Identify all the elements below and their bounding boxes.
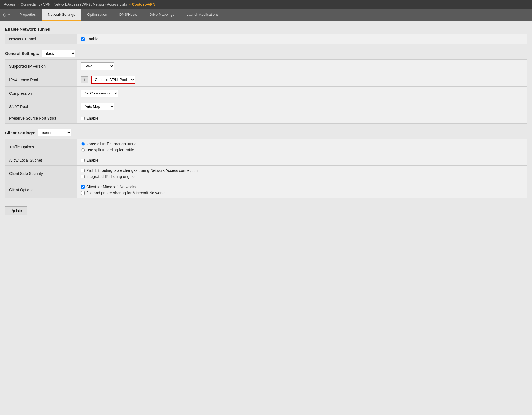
ipv4-lease-pool-label: IPV4 Lease Pool — [5, 73, 77, 87]
ipv4-lease-pool-value: + Contoso_VPN_Pool — [77, 73, 527, 87]
client-side-security-label: Client Side Security — [5, 166, 77, 182]
table-row-traffic-options: Traffic Options Force all traffic throug… — [5, 139, 527, 155]
tab-bar: ⚙ ▼ Properties Network Settings Optimiza… — [0, 9, 532, 21]
enable-network-tunnel-table: Network Tunnel Enable — [5, 34, 527, 44]
breadcrumb-access[interactable]: Access — [4, 2, 15, 6]
prohibit-routing-checkbox[interactable] — [81, 169, 85, 172]
traffic-split-tunnel-option[interactable]: Use split tunneling for traffic — [81, 148, 523, 152]
table-row-compression: Compression No Compression LZS DEFLATE — [5, 87, 527, 100]
allow-local-subnet-enable-text: Enable — [86, 158, 98, 162]
tab-properties[interactable]: Properties — [13, 9, 42, 21]
network-tunnel-enable-text: Enable — [86, 37, 98, 41]
allow-local-subnet-label: Allow Local Subnet — [5, 155, 77, 166]
traffic-options-label: Traffic Options — [5, 139, 77, 155]
breadcrumb-path[interactable]: Connectivity / VPN : Network Access (VPN… — [21, 2, 127, 6]
client-microsoft-networks-option[interactable]: Client for Microsoft Networks — [81, 185, 523, 189]
integrated-ip-filtering-checkbox[interactable] — [81, 175, 85, 178]
preserve-source-port-enable-text: Enable — [86, 116, 98, 120]
traffic-split-tunnel-radio[interactable] — [81, 148, 85, 152]
table-row-snat-pool: SNAT Pool Auto Map None — [5, 100, 527, 113]
table-row-supported-ip: Supported IP Version IPV4 IPV6 Both — [5, 60, 527, 73]
table-row-allow-local-subnet: Allow Local Subnet Enable — [5, 155, 527, 166]
network-tunnel-checkbox[interactable] — [81, 37, 85, 41]
client-options-label: Client Options — [5, 182, 77, 198]
supported-ip-select[interactable]: IPV4 IPV6 Both — [81, 62, 114, 70]
tab-network-settings[interactable]: Network Settings — [42, 9, 81, 21]
tab-dns-hosts[interactable]: DNS/Hosts — [113, 9, 143, 21]
client-settings-mode-dropdown[interactable]: Basic Advanced — [38, 129, 71, 136]
network-tunnel-enable-label[interactable]: Enable — [81, 37, 523, 41]
breadcrumb-arrow-1: » — [17, 2, 19, 6]
general-settings-header: General Settings: Basic Advanced — [5, 50, 527, 57]
ipv4-lease-pool-plus-button[interactable]: + — [81, 76, 88, 83]
file-printer-sharing-option[interactable]: File and printer sharing for Microsoft N… — [81, 191, 523, 195]
client-settings-title: Client Settings: — [5, 130, 35, 135]
snat-pool-label: SNAT Pool — [5, 100, 77, 113]
breadcrumb-bar: Access » Connectivity / VPN : Network Ac… — [0, 0, 532, 9]
gear-icon: ⚙ — [3, 12, 7, 18]
snat-pool-value: Auto Map None — [77, 100, 527, 113]
client-settings-header: Client Settings: Basic Advanced — [5, 129, 527, 136]
client-microsoft-networks-checkbox[interactable] — [81, 185, 85, 189]
client-settings-table: Traffic Options Force all traffic throug… — [5, 139, 527, 198]
table-row-ipv4-lease-pool: IPV4 Lease Pool + Contoso_VPN_Pool — [5, 73, 527, 87]
table-row: Network Tunnel Enable — [5, 34, 527, 44]
compression-label: Compression — [5, 87, 77, 100]
tab-drive-mappings[interactable]: Drive Mappings — [143, 9, 180, 21]
client-options-value: Client for Microsoft Networks File and p… — [77, 182, 527, 198]
main-content: Enable Network Tunnel Network Tunnel Ena… — [0, 21, 532, 220]
general-settings-title: General Settings: — [5, 51, 39, 56]
breadcrumb-arrow-2: » — [129, 2, 131, 6]
allow-local-subnet-enable-label[interactable]: Enable — [81, 158, 523, 162]
tab-launch-applications[interactable]: Launch Applications — [180, 9, 225, 21]
table-row-client-options: Client Options Client for Microsoft Netw… — [5, 182, 527, 198]
client-options-checkbox-group: Client for Microsoft Networks File and p… — [81, 185, 523, 195]
file-printer-sharing-text: File and printer sharing for Microsoft N… — [86, 191, 165, 195]
traffic-force-all-radio[interactable] — [81, 142, 85, 146]
traffic-force-all-option[interactable]: Force all traffic through tunnel — [81, 142, 523, 146]
tab-optimization[interactable]: Optimization — [81, 9, 113, 21]
client-side-security-checkbox-group: Prohibit routing table changes during Ne… — [81, 168, 523, 179]
allow-local-subnet-value: Enable — [77, 155, 527, 166]
ipv4-lease-pool-select[interactable]: Contoso_VPN_Pool — [91, 76, 135, 84]
table-row-client-side-security: Client Side Security Prohibit routing ta… — [5, 166, 527, 182]
traffic-options-radio-group: Force all traffic through tunnel Use spl… — [81, 142, 523, 152]
preserve-source-port-checkbox[interactable] — [81, 117, 85, 120]
allow-local-subnet-checkbox[interactable] — [81, 159, 85, 162]
snat-pool-select[interactable]: Auto Map None — [81, 103, 114, 110]
general-settings-table: Supported IP Version IPV4 IPV6 Both IPV4… — [5, 59, 527, 124]
network-tunnel-value: Enable — [77, 34, 527, 44]
file-printer-sharing-checkbox[interactable] — [81, 191, 85, 195]
breadcrumb-current: Contoso-VPN — [132, 2, 155, 6]
supported-ip-value: IPV4 IPV6 Both — [77, 60, 527, 73]
compression-select[interactable]: No Compression LZS DEFLATE — [81, 90, 118, 97]
preserve-source-port-enable-label[interactable]: Enable — [81, 116, 523, 120]
general-settings-mode-dropdown[interactable]: Basic Advanced — [42, 50, 75, 57]
update-button[interactable]: Update — [5, 206, 27, 215]
prohibit-routing-text: Prohibit routing table changes during Ne… — [86, 168, 198, 173]
preserve-source-port-value: Enable — [77, 113, 527, 124]
integrated-ip-filtering-text: Integrated IP filtering engine — [86, 174, 135, 179]
client-microsoft-networks-text: Client for Microsoft Networks — [86, 185, 136, 189]
traffic-options-value: Force all traffic through tunnel Use spl… — [77, 139, 527, 155]
compression-value: No Compression LZS DEFLATE — [77, 87, 527, 100]
enable-network-tunnel-title: Enable Network Tunnel — [5, 27, 527, 31]
traffic-split-tunnel-text: Use split tunneling for traffic — [86, 148, 134, 152]
prohibit-routing-option[interactable]: Prohibit routing table changes during Ne… — [81, 168, 523, 173]
gear-button[interactable]: ⚙ ▼ — [0, 9, 13, 21]
caret-icon: ▼ — [8, 14, 11, 17]
integrated-ip-filtering-option[interactable]: Integrated IP filtering engine — [81, 174, 523, 179]
client-side-security-value: Prohibit routing table changes during Ne… — [77, 166, 527, 182]
network-tunnel-label: Network Tunnel — [5, 34, 77, 44]
preserve-source-port-label: Preserve Source Port Strict — [5, 113, 77, 124]
traffic-force-all-text: Force all traffic through tunnel — [86, 142, 137, 146]
supported-ip-label: Supported IP Version — [5, 60, 77, 73]
table-row-preserve-source-port: Preserve Source Port Strict Enable — [5, 113, 527, 124]
